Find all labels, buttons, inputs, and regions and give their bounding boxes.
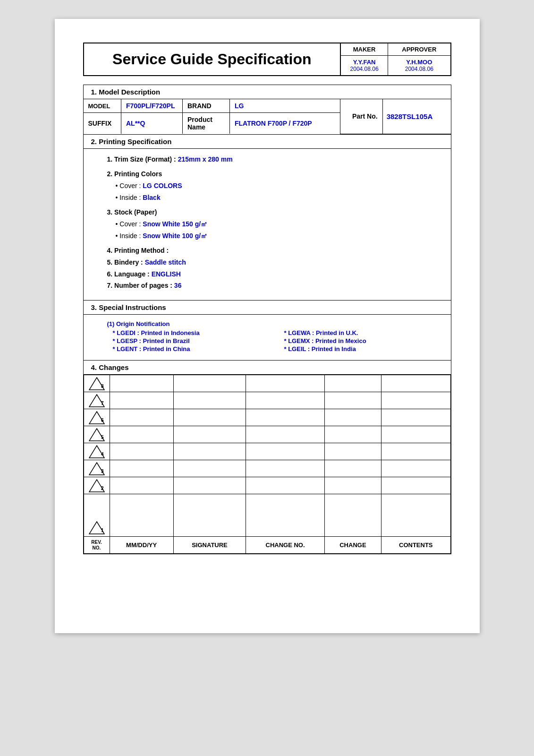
footer-contents-label: CONTENTS (381, 537, 451, 554)
maker-date: 2004.08.06 (345, 66, 384, 72)
date-cell-1 (110, 494, 173, 537)
date-cell-4 (110, 443, 173, 460)
date-cell-3 (110, 460, 173, 477)
table-row: 4 (84, 443, 450, 460)
sig-cell-6 (173, 409, 246, 426)
section3-header: 3. Special Instructions (84, 301, 451, 315)
part-no-label: Part No. (340, 99, 382, 134)
date-cell-8 (110, 375, 173, 392)
section4-header: 4. Changes (84, 361, 451, 375)
table-row: 5 (84, 426, 450, 443)
change-cell-1 (324, 494, 381, 537)
table-row: 8 (84, 375, 450, 392)
change-cell-3 (324, 460, 381, 477)
section1-header: 1. Model Description (84, 85, 451, 99)
footer-change-label: CHANGE (324, 537, 381, 554)
footer-row: REV.NO. MM/DD/YY SIGNATURE CHANGE NO. CH… (84, 537, 450, 554)
rev-cell-1: 1 (84, 494, 110, 537)
maker-approver-header-row: MAKER APPROVER (341, 43, 450, 56)
date-cell-5 (110, 426, 173, 443)
rev-cell-5: 5 (84, 426, 110, 443)
date-cell-6 (110, 409, 173, 426)
footer-sig-label: SIGNATURE (173, 537, 246, 554)
approver-info: Y.H.MOO 2004.08.06 (388, 56, 450, 76)
section3-content: (1) Origin Notification * LGEDI : Printe… (84, 315, 451, 360)
part-no-value: 3828TSL105A (382, 99, 450, 134)
maker-name: Y.Y.FAN (345, 59, 384, 66)
footer-change-no-label: CHANGE NO. (246, 537, 325, 554)
contents-cell-8 (381, 375, 451, 392)
model-value: F700PL/F720PL (121, 99, 183, 113)
rev-cell-2: 2 (84, 477, 110, 494)
change-no-cell-4 (246, 443, 325, 460)
contents-cell-1 (381, 494, 451, 537)
rev-cell-8: 8 (84, 375, 110, 392)
approver-label: APPROVER (388, 43, 450, 56)
section2-content: 1. Trim Size (Format) : 215mm x 280 mm 2… (84, 149, 451, 301)
table-row-1: 1 (84, 494, 450, 537)
footer-date-label: MM/DD/YY (110, 537, 173, 554)
inside-stock-line: • Inside : Snow White 100 g/㎡ (107, 231, 437, 241)
origin-item-4: * LGEMX : Printed in Mexico (284, 337, 441, 344)
contents-cell-3 (381, 460, 451, 477)
changes-table: 8 7 (84, 375, 451, 554)
rev-cell-3: 3 (84, 460, 110, 477)
table-row: 6 (84, 409, 450, 426)
section3-box: 3. Special Instructions (1) Origin Notif… (83, 300, 451, 361)
change-cell-7 (324, 392, 381, 409)
sig-cell-1 (173, 494, 246, 537)
section2-box: 2. Printing Specification 1. Trim Size (… (83, 134, 451, 301)
origin-item-3: * LGESP : Printed in Brazil (113, 337, 270, 344)
change-no-cell-5 (246, 426, 325, 443)
language-line: 6. Language : ENGLISH (107, 269, 437, 280)
change-cell-5 (324, 426, 381, 443)
suffix-label: SUFFIX (84, 113, 121, 134)
origin-title: (1) Origin Notification (107, 320, 441, 327)
model-label: MODEL (84, 99, 121, 113)
title-cell: Service Guide Specification (84, 43, 341, 76)
approver-date: 2004.08.06 (392, 66, 446, 72)
maker-label: MAKER (341, 43, 388, 56)
brand-label: BRAND (183, 99, 230, 113)
sig-cell-2 (173, 477, 246, 494)
trim-size-line: 1. Trim Size (Format) : 215mm x 280 mm (107, 155, 437, 165)
pages-line: 7. Number of pages : 36 (107, 281, 437, 291)
stock-paper-label: 3. Stock (Paper) (107, 207, 437, 218)
date-cell-7 (110, 392, 173, 409)
footer-rev-label: REV.NO. (84, 537, 110, 554)
rev-cell-6: 6 (84, 409, 110, 426)
printing-method-line: 4. Printing Method : (107, 246, 437, 256)
contents-cell-2 (381, 477, 451, 494)
change-no-cell-7 (246, 392, 325, 409)
change-cell-2 (324, 477, 381, 494)
contents-cell-4 (381, 443, 451, 460)
cover-stock-line: • Cover : Snow White 150 g/㎡ (107, 219, 437, 230)
section4-box: 4. Changes 8 (83, 360, 451, 554)
printing-colors-label: 2. Printing Colors (107, 169, 437, 180)
cover-color-line: • Cover : LG COLORS (107, 181, 437, 191)
inside-color-line: • Inside : Black (107, 193, 437, 203)
origin-grid: * LGEDI : Printed in Indonesia * LGEWA :… (113, 329, 441, 352)
change-no-cell-8 (246, 375, 325, 392)
contents-cell-5 (381, 426, 451, 443)
contents-cell-7 (381, 392, 451, 409)
contents-cell-6 (381, 409, 451, 426)
date-cell-2 (110, 477, 173, 494)
table-row: 7 (84, 392, 450, 409)
suffix-value: AL**Q (121, 113, 183, 134)
header-right-cell: MAKER APPROVER Y.Y.FAN 2004.08.06 Y.H.MO… (340, 43, 450, 76)
approver-name: Y.H.MOO (392, 59, 446, 66)
product-name-value: FLATRON F700P / F720P (230, 113, 340, 134)
change-cell-6 (324, 409, 381, 426)
change-no-cell-6 (246, 409, 325, 426)
sig-cell-5 (173, 426, 246, 443)
table-row: 3 (84, 460, 450, 477)
maker-info: Y.Y.FAN 2004.08.06 (341, 56, 388, 76)
header-table: Service Guide Specification MAKER APPROV… (83, 43, 451, 76)
rev-cell-7: 7 (84, 392, 110, 409)
change-no-cell-1 (246, 494, 325, 537)
bindery-line: 5. Bindery : Saddle stitch (107, 258, 437, 268)
product-name-label: Product Name (183, 113, 230, 134)
change-no-cell-3 (246, 460, 325, 477)
model-row: MODEL F700PL/F720PL BRAND LG Part No. 38… (84, 99, 451, 113)
